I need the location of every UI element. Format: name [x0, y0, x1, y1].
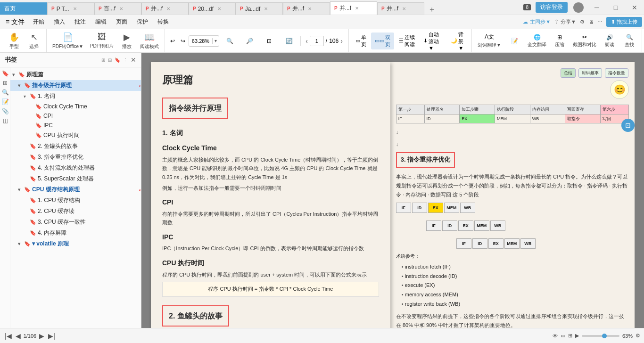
read-mode-button[interactable]: 📖 阅读模式: [137, 31, 162, 51]
rotate-button[interactable]: 🔄: [280, 36, 298, 46]
tab-5[interactable]: P Ja...df ✕: [236, 2, 283, 15]
next-page-button[interactable]: ›: [340, 37, 343, 45]
find-btn[interactable]: 🔍 查找: [620, 33, 639, 49]
sidebar-item-cpi[interactable]: 🔖 CPI: [10, 111, 141, 121]
fit-page-button[interactable]: ⊡: [260, 36, 279, 46]
sidebar-bookmark-icon[interactable]: 🔖: [115, 57, 120, 63]
menu-annotate[interactable]: 批注: [70, 16, 91, 28]
sidebar-expand-icon[interactable]: ⊞: [101, 57, 105, 63]
sidebar-item-1-noun[interactable]: ▾ 🔖 1. 名词: [10, 91, 141, 102]
sidebar-item-fish[interactable]: 🔖 2. 鱼罐头的故事: [10, 141, 141, 152]
page-input[interactable]: [310, 36, 324, 46]
sidebar-menu-icon[interactable]: ⋮: [123, 57, 128, 63]
sidebar-item-cct[interactable]: 🔖 Clock Cycle Time: [10, 102, 141, 111]
bottom-settings-icon[interactable]: ⚙: [636, 333, 640, 339]
sidebar-collapse-icon[interactable]: ⊟: [108, 57, 112, 63]
thumbnail-panel-icon[interactable]: ⊞: [1, 79, 9, 87]
tab-close-4[interactable]: ✕: [217, 6, 221, 11]
play-button[interactable]: ▶ 播放: [117, 31, 136, 51]
tab-3[interactable]: P 并...f ✕: [141, 2, 189, 15]
maximize-button[interactable]: □: [606, 1, 625, 14]
tab-7[interactable]: P 并...f ✕: [330, 1, 377, 15]
compress-btn[interactable]: ⊞ 压缩: [550, 33, 569, 49]
menu-convert[interactable]: 转换: [153, 16, 173, 28]
monitor-btn[interactable]: 🖥: [588, 19, 594, 25]
undo-button[interactable]: ↩: [168, 37, 177, 45]
select-tool-button[interactable]: ↖ 选择: [25, 31, 43, 51]
single-page-btn[interactable]: ▭ 单页: [352, 33, 370, 49]
continuous-btn[interactable]: ☰ 连续阅读: [395, 33, 419, 49]
menu-edit[interactable]: 编辑: [91, 16, 111, 28]
sidebar-item-yuanli[interactable]: ▾ 🔖 原理篇: [10, 69, 141, 80]
tab-close-3[interactable]: ✕: [166, 6, 170, 11]
bottom-grid-icon[interactable]: ⊞: [568, 333, 572, 339]
pdf-to-image-button[interactable]: 🖼 PDF转图片: [87, 31, 116, 51]
zoom-out-button[interactable]: 🔍: [220, 36, 239, 46]
sidebar-item-cache-read[interactable]: 🔖 2. CPU 缓存读: [10, 206, 141, 217]
tab-close-7[interactable]: ✕: [355, 6, 359, 11]
prev-page-btn[interactable]: ◀: [15, 332, 22, 340]
expand-button[interactable]: ⊡: [621, 119, 635, 132]
double-page-btn[interactable]: ▭▭ 双页: [371, 33, 394, 49]
minimize-button[interactable]: ─: [587, 1, 606, 14]
tab-close-2[interactable]: ✕: [119, 6, 123, 11]
bottom-page-view-icon[interactable]: ▭: [561, 333, 565, 339]
full-translate-btn[interactable]: 🌐 全文翻译: [525, 33, 549, 49]
menu-insert[interactable]: 插入: [49, 16, 70, 28]
share-btn[interactable]: ⇪ 分享▼: [554, 18, 576, 25]
read-aloud-btn[interactable]: 🔊 朗读: [600, 33, 619, 49]
tab-8[interactable]: P 并...f ✕: [377, 2, 424, 15]
tab-close-6[interactable]: ✕: [308, 6, 312, 11]
add-tab-button[interactable]: ＋: [424, 5, 439, 15]
sidebar-item-cache-struct[interactable]: 🔖 1. CPU 缓存结构: [10, 195, 141, 206]
translate-btn[interactable]: A文 划词翻译▼: [475, 32, 504, 50]
zoom-dropdown[interactable]: ▾: [213, 38, 219, 43]
zoom-slider[interactable]: [582, 335, 619, 337]
next-page-btn[interactable]: ▶: [38, 332, 45, 340]
note-panel-icon[interactable]: 📝: [1, 98, 9, 106]
sidebar-item-superscalar[interactable]: 🔖 5. SuperScalar 处理器: [10, 173, 141, 184]
menu-protect[interactable]: 保护: [132, 16, 153, 28]
tab-close-8[interactable]: ✕: [402, 6, 406, 11]
menu-start[interactable]: 开始: [28, 16, 49, 28]
more-btn[interactable]: ⋯: [597, 19, 603, 25]
layer-panel-icon[interactable]: ◫: [1, 116, 9, 125]
tab-home[interactable]: 首页: [0, 2, 47, 15]
redo-button[interactable]: ↪: [178, 37, 188, 45]
pdf-to-office-button[interactable]: 📄 PDF转Office▼: [50, 31, 86, 51]
close-button[interactable]: ✕: [625, 1, 644, 14]
sidebar-item-volatile[interactable]: ▾ 🔖 ▾ volatile 原理: [10, 238, 141, 249]
sidebar-item-cpu-cache[interactable]: ▾ 🔖 CPU 缓存结构原理 ←: [10, 184, 141, 195]
settings-btn[interactable]: ⚙: [580, 19, 585, 25]
background-btn[interactable]: 🌙 背景▼: [447, 30, 469, 52]
tab-close-1[interactable]: ✕: [73, 6, 77, 11]
tab-6[interactable]: P 并...f ✕: [283, 2, 330, 15]
bookmark-panel-icon[interactable]: 🔖: [1, 69, 9, 78]
bottom-play-icon[interactable]: ▶: [575, 333, 579, 339]
upload-btn[interactable]: ⬆ 拖拽上传: [606, 17, 642, 27]
sidebar-item-pipeline[interactable]: 🔖 4. 支持流水线的处理器: [10, 163, 141, 173]
tab-2[interactable]: P 百...f ✕: [94, 2, 141, 15]
sidebar-item-cpu-time[interactable]: 🔖 CPU 执行时间: [10, 130, 141, 141]
bottom-eye-icon[interactable]: 👁: [553, 333, 558, 339]
search-panel-icon[interactable]: 🔍: [1, 88, 9, 97]
zoom-in-button[interactable]: 🔎: [240, 36, 259, 46]
sidebar-item-memory-barrier[interactable]: 🔖 4. 内存屏障: [10, 228, 141, 238]
menu-page[interactable]: 页面: [111, 16, 132, 28]
sidebar-item-instruction-parallel[interactable]: ▾ 🔖 指令级并行原理 ←: [10, 80, 141, 91]
attach-panel-icon[interactable]: 📎: [1, 107, 9, 115]
sidebar-item-reorder[interactable]: 🔖 3. 指令重排序优化: [10, 152, 141, 163]
hand-tool-button[interactable]: ✋ 手型: [5, 31, 24, 51]
tab-1[interactable]: P P T... ✕: [47, 2, 94, 15]
hamburger-menu[interactable]: ≡ 文件: [2, 16, 28, 28]
first-page-btn[interactable]: |◀: [4, 332, 13, 340]
sidebar-close-button[interactable]: ✕: [131, 56, 136, 64]
screenshot-btn[interactable]: ✂ 截图和对比: [570, 33, 599, 49]
last-page-btn[interactable]: ▶|: [47, 332, 56, 340]
sidebar-item-ipc[interactable]: 🔖 IPC: [10, 121, 141, 130]
ocr-btn[interactable]: 📝: [505, 36, 524, 46]
prev-page-button[interactable]: ‹: [305, 37, 308, 45]
tab-4[interactable]: P 20...df ✕: [189, 2, 236, 15]
tab-close-5[interactable]: ✕: [264, 6, 268, 11]
login-button[interactable]: 访客登录: [536, 2, 568, 13]
